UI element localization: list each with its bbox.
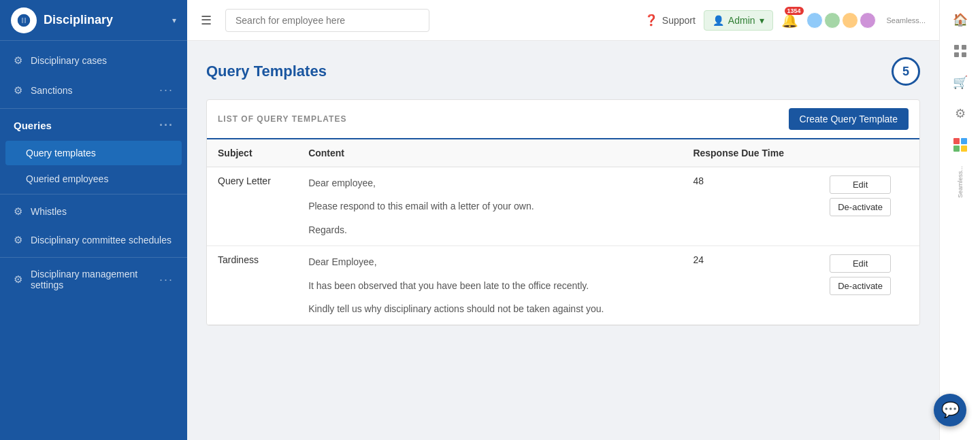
row-subject-1: Tardiness (207, 246, 297, 325)
right-panel-home-icon[interactable]: 🏠 (947, 7, 973, 33)
edit-button-1[interactable]: Edit (830, 254, 891, 273)
sidebar: Disciplinary ▾ ⚙ Disciplinary cases ⚙ Sa… (0, 0, 187, 440)
svg-rect-7 (961, 138, 967, 144)
nav-divider-3 (0, 257, 187, 258)
table-row: TardinessDear Employee,It has been obser… (207, 246, 919, 325)
sidebar-title: Disciplinary (44, 13, 172, 27)
avatar-2 (824, 12, 840, 29)
avatar-3 (842, 12, 858, 29)
page-title: Query Templates (206, 63, 327, 80)
sidebar-item-queried-employees[interactable]: Queried employees (5, 167, 182, 191)
seamless-text: Seamless... (957, 166, 964, 198)
sidebar-item-committee-schedules[interactable]: ⚙ Disciplinary committee schedules (0, 226, 187, 254)
topbar: ☰ ❓ Support 👤 Admin ▾ 🔔 1354 Seamless... (187, 0, 939, 41)
col-actions (819, 139, 919, 167)
right-panel: 🏠 🛒 ⚙ Seamless... (939, 0, 980, 440)
svg-rect-9 (961, 146, 967, 152)
support-button[interactable]: ❓ Support (644, 14, 696, 27)
sidebar-item-query-templates[interactable]: Query templates (5, 141, 182, 165)
sidebar-header[interactable]: Disciplinary ▾ (0, 0, 187, 41)
col-content: Content (297, 139, 682, 167)
sidebar-nav: ⚙ Disciplinary cases ⚙ Sanctions ··· Que… (0, 41, 187, 440)
row-subject-0: Query Letter (207, 167, 297, 246)
support-icon: ❓ (644, 14, 658, 27)
right-panel-cart-icon[interactable]: 🛒 (947, 69, 973, 95)
float-action-button[interactable]: 💬 (934, 394, 966, 426)
create-query-template-button[interactable]: Create Query Template (789, 108, 909, 130)
gear-icon: ⚙ (14, 54, 22, 67)
svg-rect-5 (962, 52, 966, 57)
svg-rect-6 (953, 138, 960, 144)
sanctions-dots: ··· (159, 83, 174, 97)
step-badge: 5 (892, 57, 920, 86)
row-due-time-0: 48 (682, 167, 819, 246)
row-actions-1: EditDe-activate (819, 246, 919, 325)
seamless-label: Seamless... (887, 16, 926, 24)
avatar-1 (806, 12, 823, 29)
svg-rect-2 (954, 45, 959, 50)
row-actions-0: EditDe-activate (819, 167, 919, 246)
sidebar-item-sanctions[interactable]: ⚙ Sanctions ··· (0, 75, 187, 105)
admin-button[interactable]: 👤 Admin ▾ (704, 10, 773, 31)
svg-rect-3 (962, 45, 966, 50)
nav-divider-2 (0, 194, 187, 194)
sidebar-item-queries[interactable]: Queries ··· (0, 112, 187, 139)
right-panel-settings-icon[interactable]: ⚙ (947, 101, 973, 126)
row-content-1: Dear Employee,It has been observed that … (297, 246, 682, 325)
content-area: Query Templates 5 LIST OF QUERY TEMPLATE… (187, 41, 939, 440)
settings-dots: ··· (159, 273, 174, 287)
queries-dots: ··· (159, 118, 174, 133)
sidebar-logo (11, 7, 37, 33)
table-toolbar: LIST OF QUERY TEMPLATES Create Query Tem… (207, 100, 919, 139)
table-toolbar-label: LIST OF QUERY TEMPLATES (218, 114, 346, 124)
avatar-cluster (806, 12, 876, 29)
table-header-row: Subject Content Response Due Time (207, 139, 919, 167)
sidebar-item-whistles[interactable]: ⚙ Whistles (0, 197, 187, 226)
main-area: ☰ ❓ Support 👤 Admin ▾ 🔔 1354 Seamless...… (187, 0, 939, 440)
de-activate-button-1[interactable]: De-activate (830, 277, 891, 295)
gear-icon-whistles: ⚙ (14, 205, 22, 218)
bell-icon: 🔔 (781, 13, 798, 28)
table-row: Query LetterDear employee,Please respond… (207, 167, 919, 246)
row-content-0: Dear employee,Please respond to this ema… (297, 167, 682, 246)
admin-chevron-icon: ▾ (760, 15, 764, 26)
gear-icon-committee: ⚙ (14, 234, 22, 246)
query-templates-table: Subject Content Response Due Time Query … (207, 139, 919, 325)
search-input[interactable] (225, 9, 429, 32)
sidebar-item-disciplinary-cases[interactable]: ⚙ Disciplinary cases (0, 46, 187, 75)
nav-divider-1 (0, 108, 187, 109)
notification-button[interactable]: 🔔 1354 (781, 12, 798, 29)
svg-rect-8 (953, 146, 960, 152)
gear-icon-sanctions: ⚙ (14, 84, 22, 97)
col-response-due-time: Response Due Time (682, 139, 819, 167)
avatar-4 (860, 12, 876, 29)
query-templates-table-card: LIST OF QUERY TEMPLATES Create Query Tem… (206, 99, 920, 326)
row-due-time-1: 24 (682, 246, 819, 325)
page-header: Query Templates 5 (206, 57, 920, 86)
menu-icon[interactable]: ☰ (201, 13, 212, 28)
de-activate-button-0[interactable]: De-activate (830, 198, 891, 216)
admin-user-icon: 👤 (713, 15, 724, 26)
gear-icon-settings: ⚙ (14, 273, 22, 286)
notification-badge: 1354 (785, 7, 804, 15)
sidebar-chevron-icon: ▾ (172, 16, 176, 25)
col-subject: Subject (207, 139, 297, 167)
svg-rect-4 (954, 52, 959, 57)
edit-button-0[interactable]: Edit (830, 175, 891, 194)
right-panel-apps-icon[interactable] (947, 132, 973, 158)
right-panel-grid-icon[interactable] (947, 38, 973, 64)
sidebar-item-management-settings[interactable]: ⚙ Disciplinary management settings ··· (0, 260, 187, 299)
table-body: Query LetterDear employee,Please respond… (207, 167, 919, 325)
